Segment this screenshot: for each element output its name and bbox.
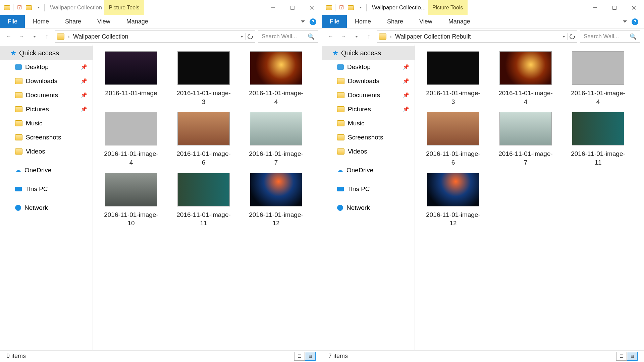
new-folder-icon[interactable]: [347, 4, 354, 11]
search-input[interactable]: Search Wall... 🔍: [258, 31, 318, 43]
file-item[interactable]: 2016-11-01-image-7: [246, 112, 306, 167]
sidebar-item-videos[interactable]: Videos: [0, 144, 93, 159]
titlebar[interactable]: ☑ Wallpaper Collectio... Picture Tools: [322, 0, 644, 15]
tab-manage[interactable]: Manage: [118, 15, 156, 28]
file-item[interactable]: 2016-11-01-image-10: [101, 173, 161, 228]
help-icon[interactable]: ?: [310, 18, 316, 25]
chevron-right-icon[interactable]: ›: [390, 33, 392, 40]
recent-dropdown-icon[interactable]: [351, 32, 361, 42]
sidebar-item-documents[interactable]: Documents📌: [322, 88, 415, 102]
file-item[interactable]: 2016-11-01-image-4: [568, 51, 628, 106]
tab-share[interactable]: Share: [57, 15, 89, 28]
tab-share[interactable]: Share: [379, 15, 411, 28]
tab-home[interactable]: Home: [25, 15, 57, 28]
view-details-button[interactable]: ☰: [616, 352, 627, 361]
up-button[interactable]: ↑: [42, 32, 52, 42]
file-item[interactable]: 2016-11-01-image-12: [246, 173, 306, 228]
new-folder-icon[interactable]: [25, 4, 32, 11]
view-thumbnails-button[interactable]: ▦: [627, 352, 638, 361]
address-bar[interactable]: › Wallpaper Collection: [55, 31, 255, 43]
search-icon[interactable]: 🔍: [630, 33, 637, 40]
address-bar[interactable]: › Wallpaper Collection Rebuilt: [377, 31, 577, 43]
close-button[interactable]: [302, 1, 322, 14]
properties-icon[interactable]: ☑: [16, 4, 23, 11]
file-item[interactable]: 2016-11-01-image-4: [246, 51, 306, 106]
nav-network[interactable]: Network: [0, 201, 93, 215]
address-dropdown-icon[interactable]: [562, 36, 565, 38]
sidebar-item-documents[interactable]: Documents📌: [0, 88, 93, 102]
file-item[interactable]: 2016-11-01-image-3: [423, 51, 483, 106]
file-item[interactable]: 2016-11-01-image-4: [101, 112, 161, 167]
forward-button[interactable]: →: [338, 32, 348, 42]
sidebar-item-music[interactable]: Music: [0, 116, 93, 130]
sidebar-item-screenshots[interactable]: Screenshots: [322, 130, 415, 144]
search-input[interactable]: Search Wall... 🔍: [580, 31, 640, 43]
sidebar-item-desktop[interactable]: Desktop📌: [322, 60, 415, 74]
sidebar-item-downloads[interactable]: Downloads📌: [0, 74, 93, 88]
tab-file[interactable]: File: [322, 15, 347, 28]
file-item[interactable]: 2016-11-01-image-11: [173, 173, 234, 228]
picture-tools-tab[interactable]: Picture Tools: [104, 0, 144, 15]
up-button[interactable]: ↑: [364, 32, 374, 42]
breadcrumb-segment[interactable]: Wallpaper Collection Rebuilt: [395, 33, 471, 40]
address-dropdown-icon[interactable]: [240, 36, 243, 38]
search-icon[interactable]: 🔍: [308, 33, 315, 40]
file-item[interactable]: 2016-11-01-image-11: [568, 112, 628, 167]
maximize-button[interactable]: [605, 1, 624, 14]
system-menu-icon[interactable]: [4, 4, 10, 11]
separator: [13, 4, 13, 11]
recent-dropdown-icon[interactable]: [29, 32, 39, 42]
file-item[interactable]: 2016-11-01-image-12: [423, 173, 483, 228]
folder-icon: [57, 34, 64, 40]
nav-this-pc[interactable]: This PC: [0, 182, 93, 196]
nav-quick-access[interactable]: ★Quick access: [0, 46, 93, 60]
qat-dropdown-icon[interactable]: [35, 4, 42, 11]
file-item[interactable]: 2016-11-01-image-6: [423, 112, 483, 167]
chevron-right-icon[interactable]: ›: [68, 33, 70, 40]
forward-button[interactable]: →: [16, 32, 26, 42]
nav-quick-access[interactable]: ★Quick access: [322, 46, 415, 60]
view-details-button[interactable]: ☰: [294, 352, 305, 361]
nav-onedrive[interactable]: ☁OneDrive: [0, 163, 93, 177]
properties-icon[interactable]: ☑: [338, 4, 345, 11]
file-item[interactable]: 2016-11-01-image-7: [495, 112, 556, 167]
refresh-icon[interactable]: [569, 33, 576, 40]
breadcrumb-segment[interactable]: Wallpaper Collection: [73, 33, 128, 40]
titlebar[interactable]: ☑ Wallpaper Collection Picture Tools: [0, 0, 322, 15]
file-item[interactable]: 2016-11-01-image-4: [495, 51, 556, 106]
close-button[interactable]: [624, 1, 644, 14]
minimize-button[interactable]: [585, 1, 605, 14]
sidebar-item-pictures[interactable]: Pictures📌: [0, 102, 93, 116]
view-thumbnails-button[interactable]: ▦: [305, 352, 316, 361]
tab-file[interactable]: File: [0, 15, 25, 28]
back-button[interactable]: ←: [326, 32, 336, 42]
ribbon-expand-icon[interactable]: [301, 20, 305, 23]
minimize-button[interactable]: [263, 1, 283, 14]
system-menu-icon[interactable]: [326, 4, 332, 11]
nav-onedrive[interactable]: ☁OneDrive: [322, 163, 415, 177]
qat-dropdown-icon[interactable]: [357, 4, 364, 11]
sidebar-item-videos[interactable]: Videos: [322, 144, 415, 159]
sidebar-item-downloads[interactable]: Downloads📌: [322, 74, 415, 88]
file-item[interactable]: 2016-11-01-image-6: [173, 112, 234, 167]
nav-network[interactable]: Network: [322, 201, 415, 215]
content-pane[interactable]: 2016-11-01-image2016-11-01-image-32016-1…: [93, 45, 322, 350]
sidebar-item-desktop[interactable]: Desktop📌: [0, 60, 93, 74]
sidebar-item-pictures[interactable]: Pictures📌: [322, 102, 415, 116]
picture-tools-tab[interactable]: Picture Tools: [428, 0, 468, 15]
tab-manage[interactable]: Manage: [440, 15, 478, 28]
refresh-icon[interactable]: [247, 33, 254, 40]
tab-view[interactable]: View: [89, 15, 118, 28]
back-button[interactable]: ←: [4, 32, 14, 42]
help-icon[interactable]: ?: [632, 18, 638, 25]
content-pane[interactable]: 2016-11-01-image-32016-11-01-image-42016…: [415, 45, 644, 350]
tab-home[interactable]: Home: [347, 15, 379, 28]
file-item[interactable]: 2016-11-01-image-3: [173, 51, 234, 106]
sidebar-item-screenshots[interactable]: Screenshots: [0, 130, 93, 144]
tab-view[interactable]: View: [411, 15, 440, 28]
nav-this-pc[interactable]: This PC: [322, 182, 415, 196]
maximize-button[interactable]: [283, 1, 302, 14]
ribbon-expand-icon[interactable]: [623, 20, 627, 23]
sidebar-item-music[interactable]: Music: [322, 116, 415, 130]
file-item[interactable]: 2016-11-01-image: [101, 51, 161, 106]
